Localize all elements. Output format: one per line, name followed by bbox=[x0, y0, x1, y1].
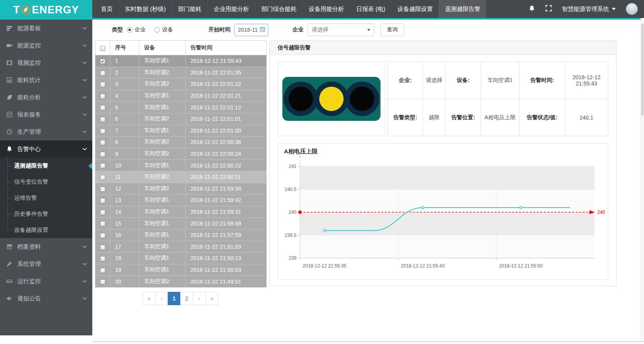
table-row[interactable]: 7车间空调12018-11-22 22:01:00 bbox=[95, 125, 267, 137]
page-button[interactable]: « bbox=[143, 292, 156, 305]
row-checkbox[interactable] bbox=[100, 117, 105, 122]
table-row[interactable]: 20车间空调22018-11-22 21:49:51 bbox=[95, 276, 267, 288]
panel-title: 信号越限告警 bbox=[270, 41, 616, 55]
nav-item[interactable]: 设备用能分析 bbox=[302, 0, 350, 18]
sidebar-item-label: 视频监控 bbox=[17, 59, 41, 67]
sidebar-subitem[interactable]: 信号变位告警 bbox=[0, 174, 92, 190]
row-checkbox[interactable] bbox=[100, 279, 105, 284]
cell-index: 15 bbox=[110, 218, 139, 229]
table-row[interactable]: 16车间空调12018-11-22 21:57:59 bbox=[95, 229, 267, 241]
table-row[interactable]: 15车间空调12018-11-22 21:58:49 bbox=[95, 218, 267, 229]
row-checkbox[interactable] bbox=[100, 245, 105, 250]
vertical-scrollbar-thumb[interactable] bbox=[641, 24, 644, 116]
row-checkbox[interactable] bbox=[100, 140, 105, 145]
row-checkbox[interactable] bbox=[100, 210, 105, 215]
page-button[interactable]: » bbox=[205, 292, 218, 305]
table-row[interactable]: 2车间空调22018-11-22 22:01:35 bbox=[95, 67, 267, 78]
row-checkbox[interactable] bbox=[100, 221, 105, 226]
sidebar-item[interactable]: 能耗分析 bbox=[0, 89, 92, 106]
nav-item[interactable]: 首页 bbox=[95, 0, 119, 18]
table-row[interactable]: 18车间空调12018-11-22 21:50:13 bbox=[95, 253, 267, 264]
table-row[interactable]: 8车间空调22018-11-22 22:00:36 bbox=[95, 137, 267, 148]
page-button[interactable]: ‹ bbox=[155, 292, 168, 305]
table-row[interactable]: 6车间空调22018-11-22 22:01:01 bbox=[95, 113, 267, 125]
row-checkbox[interactable] bbox=[100, 129, 105, 134]
nav-item[interactable]: 设备越限设置 bbox=[391, 0, 439, 18]
page-button[interactable]: › bbox=[193, 292, 206, 305]
notification-bell-icon[interactable] bbox=[529, 5, 535, 13]
radio-enterprise-control[interactable] bbox=[127, 27, 132, 33]
table-row[interactable]: 14车间空调12018-11-22 21:59:31 bbox=[95, 206, 267, 218]
radio-enterprise[interactable]: 企业 bbox=[127, 26, 146, 33]
chevron-down-icon bbox=[82, 27, 87, 30]
table-row[interactable]: 17车间空调12018-11-22 21:51:03 bbox=[95, 241, 267, 253]
nav-item[interactable]: 部门能耗 bbox=[172, 0, 207, 18]
row-checkbox[interactable] bbox=[100, 256, 105, 261]
chevron-down-icon bbox=[82, 131, 87, 133]
row-checkbox[interactable] bbox=[100, 82, 105, 87]
sidebar-subitem[interactable]: 遥测越限告警 bbox=[0, 158, 92, 174]
table-row[interactable]: 9车间空调22018-11-22 22:00:24 bbox=[95, 148, 267, 160]
page-button-active[interactable]: 1 bbox=[168, 292, 181, 305]
sidebar-item[interactable]: 报表服务 bbox=[0, 106, 92, 123]
sidebar-item[interactable]: 通知公告 bbox=[0, 290, 92, 307]
radio-device[interactable]: 设备 bbox=[154, 26, 173, 33]
cell-time: 2018-11-22 21:57:59 bbox=[186, 229, 267, 241]
nav-item[interactable]: 遥测越限告警 bbox=[439, 0, 486, 18]
enterprise-select[interactable]: 请选择 bbox=[307, 24, 374, 36]
table-row[interactable]: 11车间空调22018-11-22 22:00:11 bbox=[95, 171, 267, 183]
page-button[interactable]: 2 bbox=[180, 292, 193, 305]
sidebar-item[interactable]: 告警中心 bbox=[0, 140, 92, 158]
table-row[interactable]: 10车间空调12018-11-22 22:00:22 bbox=[95, 160, 267, 171]
row-checkbox[interactable] bbox=[100, 94, 105, 99]
start-time-input[interactable]: 2018-11 bbox=[234, 24, 268, 36]
traffic-lamp-right-off bbox=[345, 82, 379, 116]
chevron-down-icon bbox=[82, 62, 87, 64]
row-checkbox[interactable] bbox=[100, 268, 105, 273]
search-button[interactable]: 查询 bbox=[381, 24, 404, 36]
sidebar-item[interactable]: 视频监控 bbox=[0, 54, 92, 71]
nav-item[interactable]: 企业用能分析 bbox=[207, 0, 255, 18]
table-row[interactable]: 3车间空调22018-11-22 22:01:22 bbox=[95, 78, 267, 90]
table-row[interactable]: 12车间空调22018-11-22 21:59:58 bbox=[95, 183, 267, 195]
sidebar-subitem[interactable]: 设备越限设置 bbox=[0, 222, 92, 238]
nav-item[interactable]: 实时数据 (秒级) bbox=[119, 0, 172, 18]
row-checkbox[interactable] bbox=[100, 187, 105, 192]
vertical-scrollbar[interactable] bbox=[640, 18, 644, 341]
radio-device-control[interactable] bbox=[154, 27, 160, 33]
fullscreen-icon[interactable] bbox=[545, 5, 552, 13]
table-row[interactable]: 19车间空调12018-11-22 21:50:03 bbox=[95, 264, 267, 276]
row-checkbox[interactable] bbox=[100, 175, 105, 180]
cell-time: 2018-11-22 22:00:22 bbox=[186, 160, 267, 171]
table-row[interactable]: 4车间空调12018-11-22 22:01:21 bbox=[95, 90, 267, 102]
sidebar-item[interactable]: 能源监控 bbox=[0, 37, 92, 54]
table-row[interactable]: 5车间空调12018-11-22 22:01:12 bbox=[95, 102, 267, 113]
system-title-menu[interactable]: 智慧能源管理系统 bbox=[562, 5, 616, 13]
sidebar-item[interactable]: 运行监控 bbox=[0, 273, 92, 290]
cell-index: 3 bbox=[110, 78, 139, 90]
row-checkbox[interactable] bbox=[100, 105, 105, 110]
select-all-checkbox[interactable] bbox=[100, 46, 105, 51]
sidebar-item[interactable]: 能源看板 bbox=[0, 20, 92, 37]
row-checkbox[interactable] bbox=[100, 71, 105, 76]
row-checkbox[interactable] bbox=[100, 233, 105, 238]
sidebar-item[interactable]: 系统管理 bbox=[0, 255, 92, 273]
sidebar-subitem[interactable]: 历史事件告警 bbox=[0, 206, 92, 222]
nav-item[interactable]: 部门综合能耗 bbox=[255, 0, 302, 18]
table-row[interactable]: 13车间空调12018-11-22 21:59:42 bbox=[95, 195, 267, 206]
cell-time: 2018-11-22 21:59:42 bbox=[186, 195, 267, 206]
sidebar-item[interactable]: 能耗统计 bbox=[0, 71, 92, 89]
row-checkbox[interactable] bbox=[100, 163, 105, 168]
row-checkbox[interactable] bbox=[100, 152, 105, 157]
avatar[interactable] bbox=[626, 3, 638, 15]
sidebar-item[interactable]: 档案资料 bbox=[0, 238, 92, 255]
sidebar-subitem[interactable]: 运维告警 bbox=[0, 190, 92, 206]
radio-enterprise-label: 企业 bbox=[135, 26, 146, 33]
row-checkbox[interactable] bbox=[100, 198, 105, 203]
row-checkbox[interactable]: ✔ bbox=[100, 59, 105, 64]
horizontal-scrollbar[interactable] bbox=[92, 341, 644, 342]
table-row[interactable]: ✔1车间空调12018-12-12 21:55:43 bbox=[95, 55, 267, 67]
sidebar-item[interactable]: 生产管理 bbox=[0, 123, 92, 140]
calendar-icon[interactable] bbox=[260, 26, 265, 33]
nav-item[interactable]: 日报表 (电) bbox=[350, 0, 391, 18]
